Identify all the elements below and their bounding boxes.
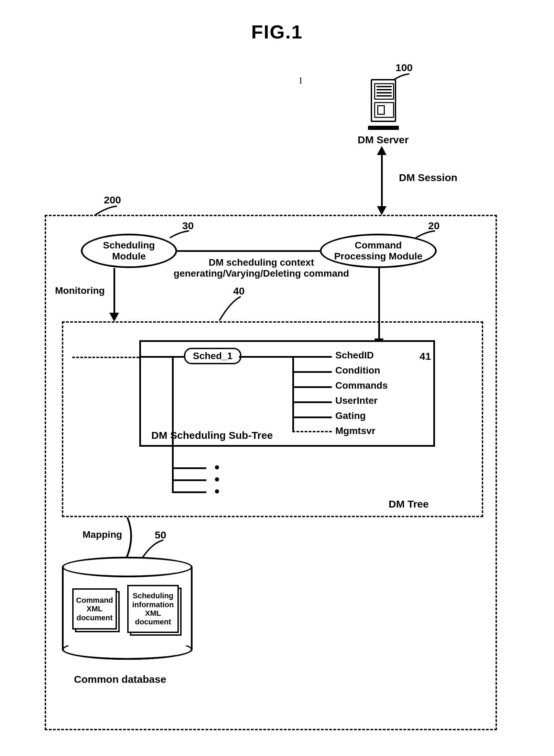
subtree-entry-solid xyxy=(139,356,184,358)
root-vbus xyxy=(172,357,174,491)
monitoring-line xyxy=(113,268,115,320)
ref-41: 41 xyxy=(420,351,431,362)
ref-30-leader xyxy=(169,230,193,240)
text-cursor-icon: I xyxy=(299,76,302,86)
attr-1: Condition xyxy=(335,365,380,376)
attr-branch-1 xyxy=(292,371,332,373)
figure-title: FIG.1 xyxy=(0,21,554,43)
monitoring-arrow xyxy=(109,313,119,322)
root-branch-1 xyxy=(172,467,206,469)
ref-200: 200 xyxy=(104,194,121,206)
attr-2: Commands xyxy=(335,380,388,391)
attr-3: UserInter xyxy=(335,395,378,406)
attr-0: SchedID xyxy=(335,350,374,361)
doc1: Command XML document xyxy=(72,588,117,630)
dot-3 xyxy=(215,489,219,493)
ctx-cmd-line1: DM scheduling context xyxy=(182,257,340,268)
attr-branch-3 xyxy=(292,401,332,403)
ref-40-leader xyxy=(217,295,244,322)
server-icon xyxy=(368,79,399,127)
session-arrow-down xyxy=(377,206,387,215)
subtree-label: DM Scheduling Sub-Tree xyxy=(151,430,273,441)
database-label: Common database xyxy=(74,674,166,685)
session-line xyxy=(381,148,383,213)
ref-100: 100 xyxy=(395,62,413,74)
doc2: Scheduling information XML document xyxy=(127,585,179,633)
mapping-label: Mapping xyxy=(83,529,122,540)
diagram-canvas: 100 DM Server DM Session I 200 30 Schedu… xyxy=(45,65,512,739)
dm-tree-label: DM Tree xyxy=(389,498,429,510)
dot-2 xyxy=(215,477,219,481)
attr-5: Mgmtsvr xyxy=(335,425,376,436)
scheduling-module: Scheduling Module xyxy=(81,234,177,268)
ctx-cmd-line2: generating/Varying/Deleting command xyxy=(158,268,365,279)
command-module-label: Command Processing Module xyxy=(334,240,423,262)
root-branch-2 xyxy=(172,479,206,481)
module-connector xyxy=(177,250,320,252)
monitoring-label: Monitoring xyxy=(55,285,105,296)
database-icon: Command XML document Scheduling informat… xyxy=(62,557,193,660)
root-branch-3 xyxy=(172,491,206,493)
attr-branch-2 xyxy=(292,386,332,388)
attr-branch-5 xyxy=(292,431,332,432)
scheduling-module-label: Scheduling Module xyxy=(103,240,155,262)
attr-bus xyxy=(292,356,294,432)
session-label: DM Session xyxy=(399,172,457,184)
dot-1 xyxy=(215,465,219,469)
server-label: DM Server xyxy=(358,134,409,146)
sched1-node: Sched_1 xyxy=(184,348,241,364)
attr-4: Gating xyxy=(335,410,366,421)
session-arrow-up xyxy=(377,146,387,155)
subtree-entry-dash xyxy=(72,357,139,358)
attr-branch-0 xyxy=(292,356,332,358)
attr-branch-4 xyxy=(292,416,332,418)
